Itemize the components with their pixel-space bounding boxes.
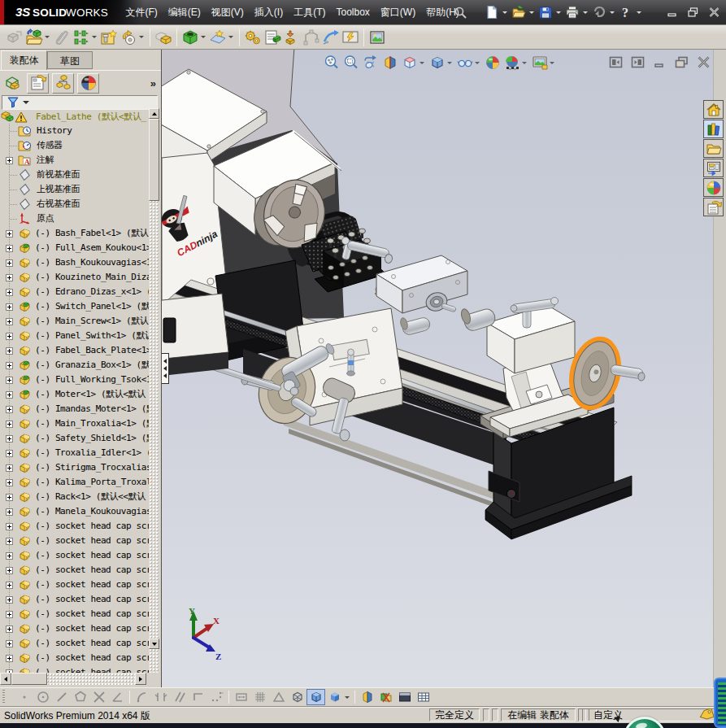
table-button[interactable] <box>414 689 433 705</box>
tree-expander[interactable] <box>6 421 13 428</box>
help-icon[interactable] <box>617 2 635 22</box>
tree-expander[interactable] <box>6 303 13 311</box>
exploded-view-button[interactable] <box>283 28 302 47</box>
restore-button[interactable] <box>686 6 700 18</box>
reference-geometry-button[interactable] <box>209 28 228 47</box>
tree-expander[interactable] <box>6 391 13 399</box>
tree-item[interactable]: (-) Switch_Panel<1> (默 <box>0 299 149 314</box>
dimension-button[interactable] <box>232 689 250 705</box>
tree-item[interactable]: (-) Stirigma_Trocxalias <box>0 460 149 475</box>
save-icon-dropdown[interactable] <box>556 11 561 14</box>
arc-button[interactable] <box>133 689 151 705</box>
graphics-viewport[interactable]: CAD ninja <box>161 50 713 687</box>
tree-item[interactable]: (-) socket head cap scr <box>0 592 149 607</box>
tree-expander[interactable] <box>6 377 13 384</box>
tree-expander[interactable] <box>6 318 13 325</box>
open-icon[interactable] <box>510 2 528 22</box>
tree-item[interactable]: (-) Main_Troxalia<1> (默 <box>0 416 149 431</box>
feature-manager-tab[interactable] <box>2 73 24 94</box>
taskpane-appearances[interactable] <box>703 178 724 197</box>
tree-expander[interactable] <box>6 450 13 457</box>
angle-sketch-button[interactable] <box>108 689 127 705</box>
view-orientation-button[interactable] <box>401 54 419 72</box>
tree-item[interactable]: (-) socket head cap scr <box>0 519 149 534</box>
search-icon[interactable] <box>454 6 468 20</box>
tree-item[interactable]: 前视基准面 <box>0 168 149 182</box>
tree-expander[interactable] <box>6 406 13 413</box>
insert-component-disabled-button[interactable] <box>6 28 24 47</box>
tree-item[interactable]: (-) Main_Screw<1> (默认 <box>0 314 149 329</box>
save-icon[interactable] <box>537 2 554 22</box>
taskpane-file-explorer[interactable] <box>703 139 724 158</box>
tree-expander[interactable] <box>6 230 13 238</box>
tree-expander[interactable] <box>6 552 13 560</box>
tree-expander[interactable] <box>6 596 13 604</box>
instant3d-button[interactable] <box>322 28 341 47</box>
assembly-features-dropdown[interactable] <box>201 36 206 38</box>
tree-item[interactable]: (-) socket head cap scr <box>0 636 149 651</box>
tree-item[interactable]: (-) socket head cap scr <box>0 534 149 548</box>
property-manager-tab[interactable] <box>27 73 49 94</box>
section-view-button[interactable] <box>381 54 399 72</box>
bill-of-materials-button[interactable] <box>263 28 282 47</box>
corner-rectangle-button[interactable] <box>189 689 207 705</box>
tree-expander[interactable] <box>6 494 13 501</box>
simulation-button[interactable] <box>341 28 360 47</box>
section-view-b-button[interactable] <box>358 689 376 705</box>
tree-expander[interactable] <box>6 245 13 252</box>
tree-expander[interactable] <box>6 626 13 633</box>
taskpane-home[interactable] <box>703 100 724 119</box>
tree-expander[interactable] <box>6 582 13 589</box>
menu-5[interactable]: Toolbox <box>331 0 375 24</box>
tag-icon[interactable] <box>698 708 715 721</box>
tree-item[interactable]: (-) Panel_Swith<1> (默认 <box>0 329 149 343</box>
zoom-fit-button[interactable] <box>323 54 341 72</box>
tree-item[interactable]: (-) socket head cap scr <box>0 621 149 636</box>
tree-root[interactable]: Fabel_Lathe (默认<默认_ <box>0 110 149 124</box>
tree-item[interactable]: (-) Safety_Shield<1> (默 <box>0 431 149 446</box>
taskpane-design-library[interactable] <box>703 120 724 138</box>
triangle-button[interactable] <box>269 689 288 705</box>
filter-dropdown-arrow[interactable] <box>23 101 29 104</box>
configuration-manager-tab[interactable] <box>52 73 74 94</box>
tree-item[interactable]: (-) socket head cap scr <box>0 578 149 592</box>
open-icon-dropdown[interactable] <box>529 11 534 14</box>
tree-expander[interactable] <box>6 289 13 296</box>
insert-components-button[interactable] <box>25 28 44 47</box>
tree-item[interactable]: (-) Full_Asem_Koukou<1> <box>0 241 149 255</box>
line-button[interactable] <box>52 689 71 705</box>
hide-show-items-button[interactable] <box>456 54 474 72</box>
tree-item[interactable]: (-) Full_Working_Tsok<1 <box>0 373 149 387</box>
tree-item[interactable]: (-) socket head cap scr <box>0 548 149 563</box>
linear-component-pattern-button[interactable] <box>72 28 91 47</box>
window-button[interactable] <box>395 689 414 705</box>
tree-item[interactable]: (-) Manela_Koukouvagias <box>0 504 149 519</box>
parallel-button[interactable] <box>170 689 189 705</box>
smart-fasteners-button[interactable] <box>100 28 119 47</box>
tree-item[interactable]: (-) Fabel_Back_Plate<1> <box>0 343 149 358</box>
help-icon-dropdown[interactable] <box>637 11 641 14</box>
tree-expander[interactable] <box>6 567 13 574</box>
tab-sketch[interactable]: 草图 <box>47 51 93 69</box>
doc-pane-right-button[interactable] <box>631 56 645 68</box>
edit-appearance-button[interactable] <box>484 54 502 72</box>
display-manager-tab[interactable] <box>77 73 99 94</box>
tree-expander[interactable] <box>6 464 13 472</box>
tree-item[interactable]: 注解 <box>0 153 149 168</box>
interference-button[interactable] <box>376 689 395 705</box>
tree-horizontal-scrollbar[interactable] <box>0 673 146 685</box>
polygon-button[interactable] <box>71 689 89 705</box>
view-settings-dropdown[interactable] <box>550 62 554 64</box>
reference-geometry-dropdown[interactable] <box>228 36 233 38</box>
menu-1[interactable]: 编辑(E) <box>163 0 206 24</box>
move-component-button[interactable] <box>120 28 138 47</box>
menu-2[interactable]: 视图(V) <box>206 0 249 24</box>
apply-scene-button[interactable] <box>503 54 521 72</box>
tree-item[interactable]: 上视基准面 <box>0 182 149 197</box>
tree-expander[interactable] <box>6 523 13 530</box>
tree-expander[interactable] <box>6 640 13 647</box>
previous-view-button[interactable] <box>362 54 380 72</box>
spline-button[interactable] <box>207 689 226 705</box>
menu-6[interactable]: 窗口(W) <box>375 0 420 24</box>
doc-close-button[interactable] <box>697 56 711 68</box>
